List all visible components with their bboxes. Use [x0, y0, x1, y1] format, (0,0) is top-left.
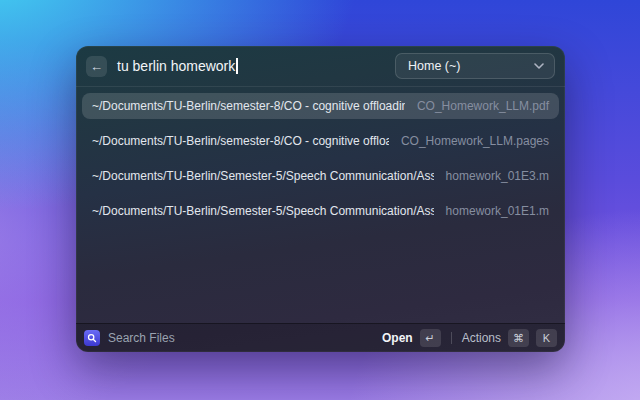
result-row[interactable]: ~/Documents/TU-Berlin/semester-8/CO - co… — [82, 128, 559, 154]
search-header: ← tu berlin homework Home (~) — [76, 46, 565, 87]
scope-dropdown[interactable]: Home (~) — [395, 53, 555, 79]
scope-dropdown-label: Home (~) — [408, 59, 460, 73]
cmd-key-badge[interactable]: ⌘ — [508, 329, 529, 347]
back-button[interactable]: ← — [86, 56, 107, 77]
result-filename: CO_Homework_LLM.pages — [401, 134, 549, 148]
result-filename: CO_Homework_LLM.pdf — [417, 99, 549, 113]
result-path: ~/Documents/TU-Berlin/Semester-5/Speech … — [92, 204, 434, 218]
back-arrow-icon: ← — [90, 59, 103, 74]
result-row[interactable]: ~/Documents/TU-Berlin/Semester-5/Speech … — [82, 163, 559, 189]
search-input-value: tu berlin homework — [117, 58, 235, 74]
search-input[interactable]: tu berlin homework — [117, 58, 238, 74]
footer-actions: Open ↵ Actions ⌘ K — [382, 329, 557, 347]
result-row[interactable]: ~/Documents/TU-Berlin/semester-8/CO - co… — [82, 93, 559, 119]
k-key-badge[interactable]: K — [536, 329, 557, 347]
actions-menu-button[interactable]: Actions — [462, 331, 501, 345]
result-path: ~/Documents/TU-Berlin/semester-8/CO - co… — [92, 134, 389, 148]
result-path: ~/Documents/TU-Berlin/semester-8/CO - co… — [92, 99, 405, 113]
desktop-background: { "search": { "back_glyph": "←", "value"… — [0, 0, 640, 400]
search-files-icon — [84, 330, 100, 346]
results-list: ~/Documents/TU-Berlin/semester-8/CO - co… — [76, 87, 565, 323]
result-filename: homework_01E3.m — [446, 169, 549, 183]
open-action-button[interactable]: Open — [382, 331, 413, 345]
text-caret — [236, 58, 238, 74]
result-row[interactable]: ~/Documents/TU-Berlin/Semester-5/Speech … — [82, 198, 559, 224]
search-launcher-window: ← tu berlin homework Home (~) ~/Document… — [76, 46, 565, 352]
source-label: Search Files — [108, 331, 175, 345]
return-key-badge[interactable]: ↵ — [420, 329, 441, 347]
chevron-down-icon — [534, 63, 544, 69]
footer-divider — [451, 332, 452, 344]
status-bar: Search Files Open ↵ Actions ⌘ K — [76, 323, 565, 352]
result-filename: homework_01E1.m — [446, 204, 549, 218]
result-path: ~/Documents/TU-Berlin/Semester-5/Speech … — [92, 169, 434, 183]
